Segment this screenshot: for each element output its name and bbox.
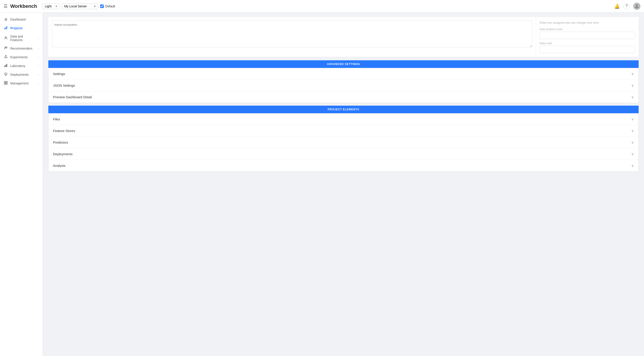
- predictors-label: Predictors: [53, 141, 68, 144]
- menu-icon[interactable]: ☰: [4, 3, 8, 9]
- sidebar-item-management[interactable]: Management ‹: [0, 79, 43, 88]
- dashboard-icon: ⊞: [4, 17, 8, 21]
- advanced-settings-header: ADVANCED SETTINGS: [48, 60, 639, 68]
- feature-stores-chevron: ∨: [631, 129, 634, 133]
- theme-selector[interactable]: LightDark ▼: [42, 3, 60, 9]
- sidebar-label-experiments: Experiments: [10, 55, 36, 59]
- svg-rect-13: [4, 81, 6, 83]
- json-settings-chevron: ∨: [631, 83, 634, 88]
- sidebar: ⊞ Dashboard Projects Data and Features ‹…: [0, 12, 43, 356]
- projects-icon: [4, 26, 8, 30]
- svg-rect-8: [4, 66, 5, 67]
- ecosystem-textarea[interactable]: [52, 20, 532, 47]
- project-elements-header: PROJECT ELEMENTS: [48, 106, 639, 113]
- sidebar-label-deployments: Deployments: [10, 73, 36, 76]
- feature-stores-row[interactable]: Feature Stores ∨: [48, 125, 638, 137]
- settings-row[interactable]: Settings ∨: [48, 68, 638, 80]
- predictors-chevron: ∨: [631, 140, 634, 145]
- preview-dashboard-chevron: ∨: [631, 95, 634, 99]
- sidebar-item-data-and-features[interactable]: Data and Features ‹: [0, 32, 43, 44]
- files-chevron: ∨: [631, 117, 634, 121]
- main-content: Roles are assigned and can change over t…: [43, 12, 644, 356]
- server-dropdown[interactable]: My Local Server: [64, 4, 96, 8]
- data-features-icon: [4, 36, 8, 40]
- deployments-icon: [4, 72, 8, 77]
- server-selector[interactable]: My Local Server ▼: [62, 3, 98, 9]
- svg-point-4: [5, 37, 6, 38]
- sidebar-item-projects[interactable]: Projects: [0, 24, 43, 32]
- sidebar-item-laboratory[interactable]: Laboratory ‹: [0, 61, 43, 70]
- theme-dropdown[interactable]: LightDark: [45, 4, 57, 8]
- sidebar-item-dashboard[interactable]: ⊞ Dashboard: [0, 15, 43, 24]
- advanced-settings-section: ADVANCED SETTINGS Settings ∨ JSON Settin…: [48, 60, 639, 103]
- recommenders-icon: [4, 46, 8, 50]
- sidebar-label-projects: Projects: [10, 26, 39, 30]
- laboratory-icon: [4, 64, 8, 68]
- analysis-row[interactable]: Analysis ∨: [48, 160, 638, 171]
- feature-stores-label: Feature Stores: [53, 129, 75, 133]
- svg-rect-14: [6, 81, 8, 83]
- files-label: Files: [53, 117, 60, 121]
- analysis-label: Analysis: [53, 164, 66, 168]
- topnav: ☰ Workbench LightDark ▼ My Local Server …: [0, 0, 644, 12]
- deployments-element-row[interactable]: Deployments ∨: [48, 148, 638, 160]
- data-lead-input[interactable]: [540, 46, 635, 53]
- sidebar-label-data-features: Data and Features: [10, 35, 36, 42]
- advanced-settings-group: Settings ∨ JSON Settings ∨ Preview Dashb…: [48, 68, 639, 103]
- top-partial-right: Roles are assigned and can change over t…: [536, 17, 639, 57]
- partial-top-text: Roles are assigned and can change over t…: [540, 21, 600, 24]
- sidebar-item-experiments[interactable]: Experiments ‹: [0, 53, 43, 61]
- data-science-lead-input[interactable]: [540, 32, 635, 39]
- sidebar-label-recommenders: Recommenders: [10, 47, 36, 50]
- sidebar-item-deployments[interactable]: Deployments ‹: [0, 70, 43, 79]
- top-partial-left: [48, 17, 536, 57]
- json-settings-label: JSON Settings: [53, 84, 75, 87]
- top-partial-card: Roles are assigned and can change over t…: [48, 17, 639, 57]
- sidebar-label-dashboard: Dashboard: [10, 18, 39, 21]
- default-label[interactable]: Default: [105, 4, 115, 8]
- svg-rect-3: [6, 26, 7, 29]
- sidebar-label-laboratory: Laboratory: [10, 64, 36, 68]
- deployments-chevron: ‹: [38, 73, 39, 76]
- analysis-chevron: ∨: [631, 164, 634, 168]
- notification-button[interactable]: 🔔: [614, 3, 620, 9]
- project-elements-group: Files ∨ Feature Stores ∨ Predictors ∨ De…: [48, 113, 639, 172]
- preview-dashboard-label: Preview Dashboard Detail: [53, 95, 92, 99]
- laboratory-chevron: ‹: [38, 65, 39, 67]
- deployments-element-label: Deployments: [53, 152, 73, 156]
- management-chevron: ‹: [38, 82, 39, 85]
- roles-text: Roles are assigned and can change over t…: [540, 20, 635, 25]
- data-lead-label: Data Lead: [540, 42, 635, 45]
- svg-rect-1: [4, 28, 5, 29]
- svg-rect-15: [4, 83, 6, 84]
- experiments-icon: [4, 55, 8, 59]
- sidebar-label-management: Management: [10, 82, 36, 85]
- sidebar-item-recommenders[interactable]: Recommenders ‹: [0, 44, 43, 53]
- main-layout: ⊞ Dashboard Projects Data and Features ‹…: [0, 12, 644, 356]
- data-science-lead-label: Data Science Lead: [540, 28, 635, 31]
- management-icon: [4, 81, 8, 85]
- deployments-element-chevron: ∨: [631, 152, 634, 156]
- svg-point-6: [6, 47, 7, 48]
- experiments-chevron: ‹: [38, 56, 39, 58]
- svg-rect-2: [5, 27, 6, 29]
- topnav-right: 🔔 ?: [614, 3, 640, 10]
- json-settings-row[interactable]: JSON Settings ∨: [48, 80, 638, 91]
- settings-chevron: ∨: [631, 72, 634, 76]
- project-elements-section: PROJECT ELEMENTS Files ∨ Feature Stores …: [48, 106, 639, 172]
- svg-rect-16: [6, 83, 8, 84]
- predictors-row[interactable]: Predictors ∨: [48, 137, 638, 148]
- recommenders-chevron: ‹: [38, 47, 39, 50]
- preview-dashboard-row[interactable]: Preview Dashboard Detail ∨: [48, 91, 638, 103]
- svg-point-0: [636, 4, 638, 6]
- avatar[interactable]: [633, 3, 640, 10]
- default-checkbox[interactable]: [100, 4, 104, 8]
- settings-label: Settings: [53, 72, 65, 76]
- default-checkbox-area: Default: [100, 4, 115, 8]
- files-row[interactable]: Files ∨: [48, 113, 638, 125]
- svg-rect-9: [5, 65, 6, 67]
- data-features-chevron: ‹: [38, 37, 39, 39]
- help-button[interactable]: ?: [624, 3, 630, 9]
- svg-rect-10: [6, 64, 7, 67]
- app-title: Workbench: [10, 3, 37, 9]
